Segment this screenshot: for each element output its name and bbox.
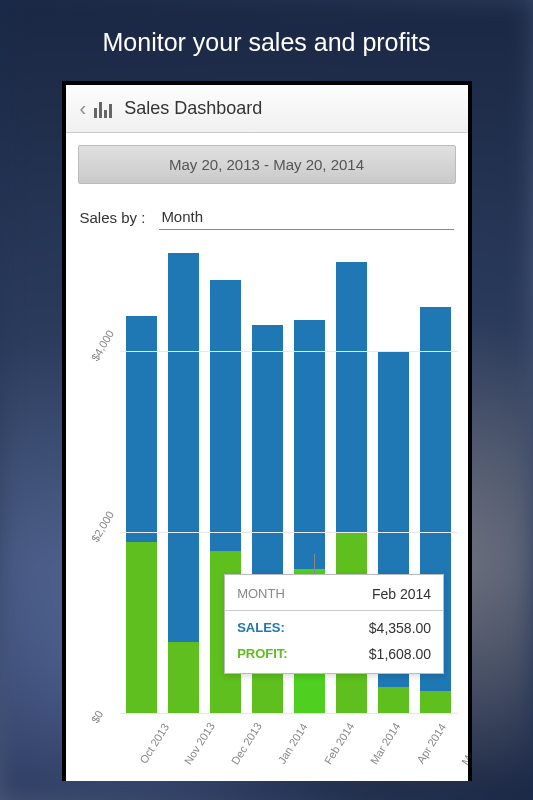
page-title: Sales Dashboard [124, 98, 262, 119]
tooltip-profit-value: $1,608.00 [369, 646, 431, 662]
bar-column[interactable] [122, 244, 162, 714]
profit-bar [168, 642, 198, 714]
x-tick: Jan 2014 [269, 717, 310, 766]
tooltip-sales-label: SALES: [237, 620, 285, 636]
x-tick: Feb 2014 [315, 716, 357, 766]
filter-label: Sales by : [80, 209, 146, 226]
profit-bar [252, 669, 282, 714]
bar-chart-icon[interactable] [94, 100, 116, 118]
y-tick: $0 [88, 681, 120, 725]
tooltip-month-label: MONTH [237, 586, 285, 602]
profit-bar [378, 687, 408, 714]
y-axis: $0$2,000$4,000 [72, 244, 120, 724]
x-tick: Oct 2013 [130, 717, 171, 765]
x-axis: Oct 2013Nov 2013Dec 2013Jan 2014Feb 2014… [120, 736, 458, 756]
x-tick: Dec 2013 [222, 716, 264, 767]
tooltip-pointer [314, 554, 315, 574]
tooltip-month-value: Feb 2014 [372, 586, 431, 602]
tooltip-profit-label: PROFIT: [237, 646, 288, 662]
sales-chart[interactable]: $0$2,000$4,000 Oct 2013Nov 2013Dec 2013J… [72, 244, 462, 754]
chart-tooltip: MONTH Feb 2014 SALES: $4,358.00 PROFIT: … [224, 574, 444, 674]
y-tick: $2,000 [88, 500, 120, 544]
back-icon[interactable]: ‹ [76, 97, 91, 120]
x-tick: Mar 2014 [361, 716, 403, 766]
profit-bar [126, 542, 156, 714]
bar-column[interactable] [164, 244, 204, 714]
profit-bar [420, 691, 450, 714]
filter-row: Sales by : Month [66, 196, 468, 234]
date-range-button[interactable]: May 20, 2013 - May 20, 2014 [78, 145, 456, 184]
x-tick: May 2014 [453, 716, 472, 768]
app-header: ‹ Sales Dashboard [66, 85, 468, 133]
tooltip-sales-value: $4,358.00 [369, 620, 431, 636]
app-screen: ‹ Sales Dashboard May 20, 2013 - May 20,… [62, 81, 472, 781]
x-tick: Nov 2013 [175, 716, 217, 767]
y-tick: $4,000 [88, 319, 120, 363]
sales-by-select[interactable]: Month [159, 204, 453, 230]
x-tick: Apr 2014 [407, 717, 448, 765]
marketing-headline: Monitor your sales and profits [0, 0, 533, 81]
